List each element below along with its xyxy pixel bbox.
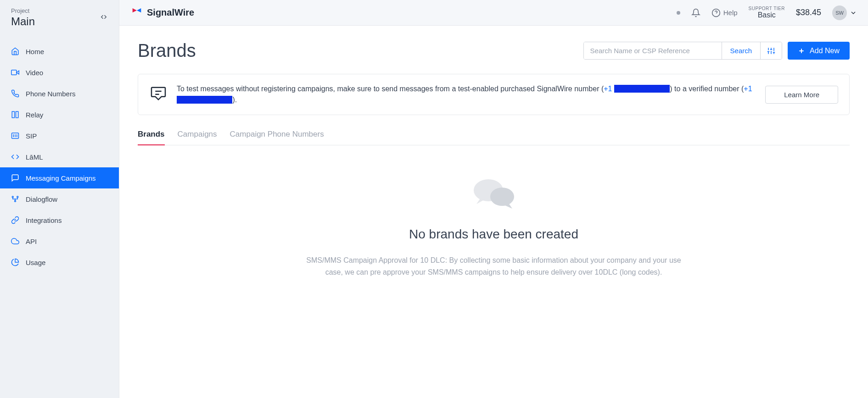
pie-chart-icon [11, 258, 19, 266]
sidebar-item-home[interactable]: Home [0, 41, 119, 62]
search-input[interactable] [584, 42, 722, 59]
help-label: Help [723, 9, 738, 17]
svg-marker-0 [17, 71, 19, 74]
notifications-button[interactable] [691, 8, 700, 17]
bell-icon [691, 8, 700, 17]
add-new-button[interactable]: Add New [788, 42, 850, 60]
filter-button[interactable] [760, 42, 782, 59]
empty-state-title: No brands have been created [306, 227, 682, 242]
support-tier-value: Basic [749, 11, 785, 19]
svg-rect-2 [12, 111, 14, 118]
svg-rect-1 [11, 70, 17, 75]
sidebar-item-label: Dialogflow [26, 195, 57, 203]
dialogflow-icon [11, 195, 19, 203]
sidebar-item-label: Phone Numbers [26, 90, 75, 98]
sidebar-item-label: Messaging Campaigns [26, 174, 96, 182]
empty-state-icon [306, 173, 682, 216]
sidebar-item-phone-numbers[interactable]: Phone Numbers [0, 83, 119, 104]
sidebar-item-label: Home [26, 48, 44, 55]
page-title: Brands [138, 40, 196, 61]
support-tier[interactable]: SUPPORT TIER Basic [749, 6, 785, 19]
sidebar-item-messaging-campaigns[interactable]: Messaging Campaigns [0, 167, 119, 188]
home-icon [11, 47, 19, 55]
sidebar-item-label: Usage [26, 259, 45, 266]
sidebar-item-label: Relay [26, 111, 43, 119]
learn-more-button[interactable]: Learn More [765, 86, 838, 104]
swap-icon[interactable] [100, 13, 108, 23]
sidebar-item-integrations[interactable]: Integrations [0, 210, 119, 231]
test-mode-notice: To test messages without registering cam… [138, 74, 850, 115]
brand-name: SignalWire [147, 7, 194, 18]
project-name: Main [11, 15, 35, 28]
empty-state-description: SMS/MMS Campaign Approval for 10 DLC: By… [306, 254, 682, 278]
topbar: SignalWire Help SUPPORT TIER Basic $38.4… [119, 0, 868, 26]
empty-state: No brands have been created SMS/MMS Camp… [306, 173, 682, 278]
tabs: Brands Campaigns Campaign Phone Numbers [138, 130, 850, 145]
add-new-label: Add New [810, 47, 840, 55]
support-tier-label: SUPPORT TIER [749, 6, 785, 11]
sidebar-item-relay[interactable]: Relay [0, 104, 119, 125]
sidebar-nav: Home Video Phone Numbers Relay SIP LāML [0, 41, 119, 273]
sidebar-item-sip[interactable]: SIP [0, 125, 119, 146]
sidebar-item-usage[interactable]: Usage [0, 252, 119, 273]
link-icon [11, 216, 19, 224]
sidebar-item-video[interactable]: Video [0, 62, 119, 83]
svg-point-6 [17, 196, 18, 198]
cloud-icon [11, 237, 19, 245]
chat-icon [11, 174, 19, 182]
svg-point-5 [12, 196, 13, 198]
search-button[interactable]: Search [722, 42, 761, 59]
brand-logo[interactable]: SignalWire [130, 5, 194, 20]
page-content: Brands Search Add New [119, 26, 868, 398]
plus-icon [798, 47, 805, 55]
sidebar-item-api[interactable]: API [0, 231, 119, 252]
phone-icon [11, 89, 19, 98]
help-icon [711, 8, 721, 17]
chat-bubbles-icon [149, 84, 168, 105]
sidebar-item-dialogflow[interactable]: Dialogflow [0, 188, 119, 210]
test-number-link[interactable]: +1 XXXXXXXXXXX [604, 85, 670, 93]
sliders-icon [767, 47, 775, 55]
sidebar: Project Main Home Video Phone Numbers [0, 0, 119, 398]
tab-brands[interactable]: Brands [138, 130, 165, 145]
sidebar-item-label: Integrations [26, 216, 62, 224]
notice-text: To test messages without registering cam… [177, 83, 756, 105]
tab-campaigns[interactable]: Campaigns [178, 130, 217, 145]
svg-rect-3 [16, 111, 18, 118]
sidebar-item-laml[interactable]: LāML [0, 146, 119, 167]
status-dot-icon [677, 11, 680, 15]
account-balance[interactable]: $38.45 [796, 8, 821, 17]
svg-point-22 [490, 188, 514, 206]
help-button[interactable]: Help [711, 8, 738, 17]
sidebar-item-label: Video [26, 69, 43, 77]
tab-campaign-phone-numbers[interactable]: Campaign Phone Numbers [230, 130, 324, 145]
avatar: SW [832, 6, 847, 20]
search-group: Search [583, 42, 783, 60]
account-menu[interactable]: SW [832, 6, 857, 20]
sidebar-item-label: API [26, 238, 37, 245]
project-label: Project [11, 7, 35, 14]
sidebar-item-label: SIP [26, 132, 37, 140]
sip-icon [11, 132, 19, 140]
sidebar-item-label: LāML [26, 153, 43, 161]
chevron-down-icon [850, 9, 857, 17]
relay-icon [11, 111, 19, 119]
code-icon [11, 153, 19, 161]
brand-mark-icon [130, 5, 143, 20]
project-switcher[interactable]: Project Main [0, 0, 119, 32]
svg-point-7 [15, 200, 16, 202]
video-icon [11, 68, 19, 77]
